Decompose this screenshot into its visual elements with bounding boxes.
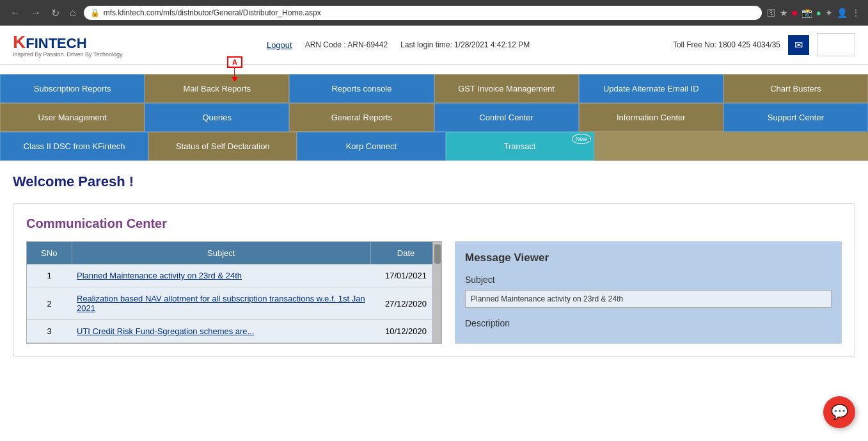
profile-icon[interactable]: 👤 — [837, 8, 848, 18]
annotation-box: A — [227, 56, 242, 68]
nav-row-3: Class II DSC from KFintech Status of Sel… — [0, 132, 868, 161]
scroll-indicator[interactable] — [432, 242, 441, 343]
nav-transact[interactable]: Transact New — [446, 132, 594, 161]
row3-date: 10/12/2020 — [371, 320, 441, 343]
message-viewer: Message Viewer Subject Description — [455, 241, 842, 344]
description-label: Description — [465, 318, 832, 328]
transact-label: Transact — [504, 141, 536, 151]
address-bar[interactable]: 🔒 mfs.kfintech.com/mfs/distributor/Gener… — [84, 6, 762, 20]
extension-icon-3[interactable]: 📸 — [801, 8, 812, 18]
message-table: SNo Subject Date 1 Planned Maintenance a… — [27, 242, 441, 343]
nav-queries[interactable]: Queries — [145, 103, 289, 132]
nav-support-center[interactable]: Support Center — [723, 103, 868, 132]
table-row: 1 Planned Maintenance activity on 23rd &… — [27, 264, 441, 287]
row3-sno: 3 — [27, 320, 72, 343]
table-row: 2 Realization based NAV allotment for al… — [27, 287, 441, 320]
menu-icon[interactable]: ⋮ — [851, 8, 860, 18]
message-table-container: SNo Subject Date 1 Planned Maintenance a… — [26, 241, 442, 344]
nav-row-1: Subscription Reports Mail Back Reports R… — [0, 74, 868, 103]
new-badge: New — [572, 134, 591, 144]
forward-button[interactable]: → — [28, 6, 43, 20]
browser-chrome: ← → ↻ ⌂ 🔒 mfs.kfintech.com/mfs/distribut… — [0, 0, 868, 26]
nav-chart-busters[interactable]: Chart Busters — [723, 74, 868, 103]
table-body: 1 Planned Maintenance activity on 23rd &… — [27, 264, 441, 343]
row2-subject-link[interactable]: Realization based NAV allotment for all … — [77, 294, 365, 313]
header-right: Toll Free No: 1800 425 4034/35 ✉ — [673, 33, 855, 56]
home-button[interactable]: ⌂ — [67, 6, 79, 20]
nav-information-center[interactable]: Information Center — [579, 103, 723, 132]
welcome-heading: Welcome Paresh ! — [13, 173, 855, 190]
nav-user-management[interactable]: User Management — [0, 103, 145, 132]
message-viewer-title: Message Viewer — [465, 252, 832, 264]
row3-subject: UTI Credit Risk Fund-Sgregation schemes … — [72, 320, 371, 343]
toll-free-number: Toll Free No: 1800 425 4034/35 — [673, 40, 780, 49]
logout-link[interactable]: Logout — [267, 40, 292, 50]
row1-date: 17/01/2021 — [371, 264, 441, 287]
annotation-arrow — [232, 77, 238, 82]
subject-value-field[interactable] — [465, 290, 832, 308]
partner-logo — [817, 33, 855, 56]
logo-tagline: Inspired By Passion. Driven By Technolog… — [13, 51, 123, 58]
email-button[interactable]: ✉ — [788, 35, 809, 55]
col-subject: Subject — [72, 242, 371, 264]
extension-icon-5[interactable]: ✦ — [825, 8, 833, 18]
arn-code: ARN Code : ARN-69442 — [305, 40, 388, 49]
main-content: Welcome Paresh ! Communication Center SN… — [0, 161, 868, 357]
row2-date: 27/12/2020 — [371, 287, 441, 320]
nav-update-email[interactable]: Update Alternate Email ID — [579, 74, 723, 103]
comm-center-title: Communication Center — [26, 216, 842, 231]
navigation-grid: A Subscription Reports Mail Back Reports… — [0, 74, 868, 161]
browser-toolbar: ⚿ ★ ■ 📸 ● ✦ 👤 ⋮ — [767, 8, 860, 18]
row3-subject-link[interactable]: UTI Credit Risk Fund-Sgregation schemes … — [77, 326, 254, 336]
subject-label: Subject — [465, 275, 832, 285]
communication-center: Communication Center SNo Subject Date 1 — [13, 203, 855, 357]
row1-subject-link[interactable]: Planned Maintenance activity on 23rd & 2… — [77, 271, 242, 280]
row1-sno: 1 — [27, 264, 72, 287]
col-date: Date — [371, 242, 441, 264]
extension-icon-4[interactable]: ● — [816, 8, 821, 18]
nav-row3-spacer — [594, 132, 868, 161]
nav-general-reports[interactable]: General Reports — [289, 103, 434, 132]
back-button[interactable]: ← — [8, 6, 23, 20]
url-text: mfs.kfintech.com/mfs/distributor/General… — [104, 8, 321, 17]
table-header: SNo Subject Date — [27, 242, 441, 264]
nav-mail-back-reports[interactable]: Mail Back Reports — [145, 74, 289, 103]
nav-korp-connect[interactable]: Korp Connect — [297, 132, 445, 161]
logo: K FINTECH Inspired By Passion. Driven By… — [13, 32, 123, 58]
extension-icon-2[interactable]: ■ — [792, 8, 797, 18]
email-icon: ✉ — [794, 40, 803, 51]
lock-icon: 🔒 — [90, 8, 100, 17]
row2-sno: 2 — [27, 287, 72, 320]
site-header: K FINTECH Inspired By Passion. Driven By… — [0, 26, 868, 65]
annotation-a: A — [227, 56, 242, 82]
star-icon[interactable]: ★ — [780, 8, 788, 18]
scroll-thumb — [434, 245, 441, 264]
annotation-line — [234, 68, 235, 77]
row1-subject: Planned Maintenance activity on 23rd & 2… — [72, 264, 371, 287]
logo-k: K — [13, 32, 26, 52]
refresh-button[interactable]: ↻ — [49, 6, 62, 20]
extension-icon-1[interactable]: ⚿ — [767, 8, 776, 18]
nav-control-center[interactable]: Control Center — [434, 103, 579, 132]
header-nav: Logout ARN Code : ARN-69442 Last login t… — [136, 40, 660, 50]
nav-class2-dsc[interactable]: Class II DSC from KFintech — [0, 132, 148, 161]
table-row: 3 UTI Credit Risk Fund-Sgregation scheme… — [27, 320, 441, 343]
last-login: Last login time: 1/28/2021 4:42:12 PM — [400, 40, 530, 49]
nav-self-declaration[interactable]: Status of Self Declaration — [148, 132, 297, 161]
comm-center-body: SNo Subject Date 1 Planned Maintenance a… — [26, 241, 842, 344]
nav-gst-invoice[interactable]: GST Invoice Management — [434, 74, 579, 103]
logo-fintech: FINTECH — [26, 35, 86, 52]
nav-subscription-reports[interactable]: Subscription Reports — [0, 74, 145, 103]
col-sno: SNo — [27, 242, 72, 264]
nav-reports-console[interactable]: Reports console — [289, 74, 434, 103]
row2-subject: Realization based NAV allotment for all … — [72, 287, 371, 320]
nav-row-2: User Management Queries General Reports … — [0, 103, 868, 132]
